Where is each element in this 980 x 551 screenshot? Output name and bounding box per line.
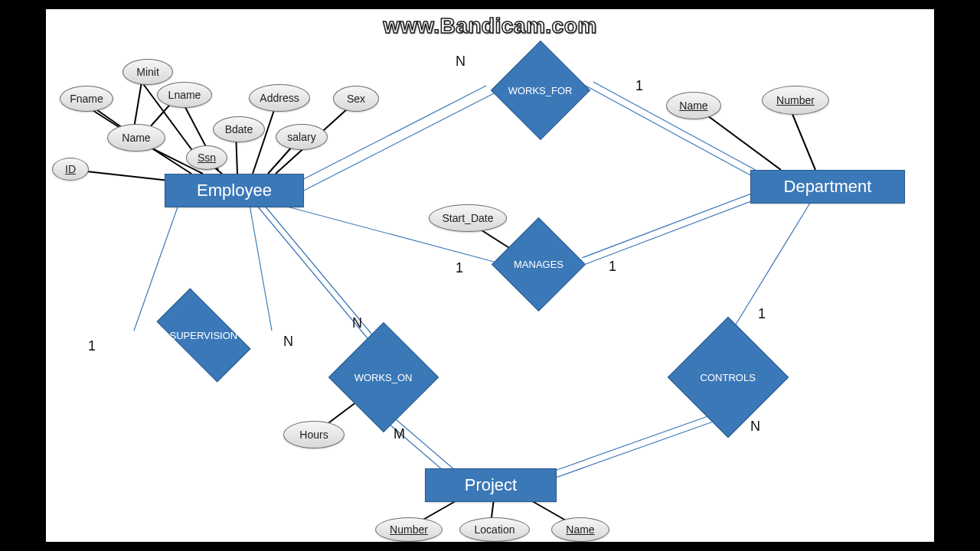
entity-label: Department	[784, 177, 872, 197]
attr-employee-fname: Fname	[60, 86, 113, 112]
attr-works-on-hours: Hours	[283, 421, 345, 448]
attr-employee-sex: Sex	[333, 86, 379, 112]
attr-employee-address: Address	[249, 84, 310, 112]
card-controls-1: 1	[758, 306, 766, 322]
attr-employee-salary: salary	[276, 124, 328, 150]
card-manages-right-1: 1	[609, 259, 616, 275]
card-works-on-n: N	[352, 315, 362, 331]
attr-department-name: Name	[666, 92, 721, 119]
attr-manages-start-date: Start_Date	[429, 204, 507, 232]
entity-label: Project	[465, 475, 517, 495]
attr-employee-id: ID	[52, 158, 89, 181]
diagram-canvas: Employee Department Project WORKS_FOR MA…	[46, 9, 934, 542]
attr-employee-ssn: Ssn	[186, 145, 227, 170]
relationship-label: WORKS_ON	[354, 372, 413, 383]
attr-employee-lname: Lname	[157, 82, 212, 108]
card-manages-left-1: 1	[456, 260, 463, 276]
attr-project-name: Name	[551, 517, 609, 542]
attr-employee-minit: Minit	[122, 59, 173, 85]
entity-project[interactable]: Project	[425, 468, 557, 502]
attr-department-number: Number	[762, 86, 829, 115]
card-works-for-n: N	[456, 54, 466, 70]
entity-department[interactable]: Department	[750, 170, 905, 204]
attr-project-number: Number	[375, 517, 443, 542]
card-controls-n: N	[750, 419, 760, 435]
card-works-on-m: M	[394, 426, 405, 442]
attr-employee-bdate: Bdate	[213, 116, 265, 142]
relationship-label: MANAGES	[514, 259, 564, 270]
card-supervision-n: N	[283, 334, 293, 350]
relationship-label: WORKS_FOR	[508, 84, 573, 96]
relationship-label: CONTROLS	[701, 371, 756, 383]
attr-project-location: Location	[459, 517, 530, 542]
card-works-for-1: 1	[635, 78, 643, 94]
entity-employee[interactable]: Employee	[165, 174, 304, 207]
entity-label: Employee	[197, 181, 272, 201]
card-supervision-1: 1	[88, 338, 96, 354]
relationship-label: SUPERVISION	[170, 330, 238, 341]
svg-line-10	[134, 82, 142, 128]
attr-employee-name: Name	[107, 124, 165, 152]
